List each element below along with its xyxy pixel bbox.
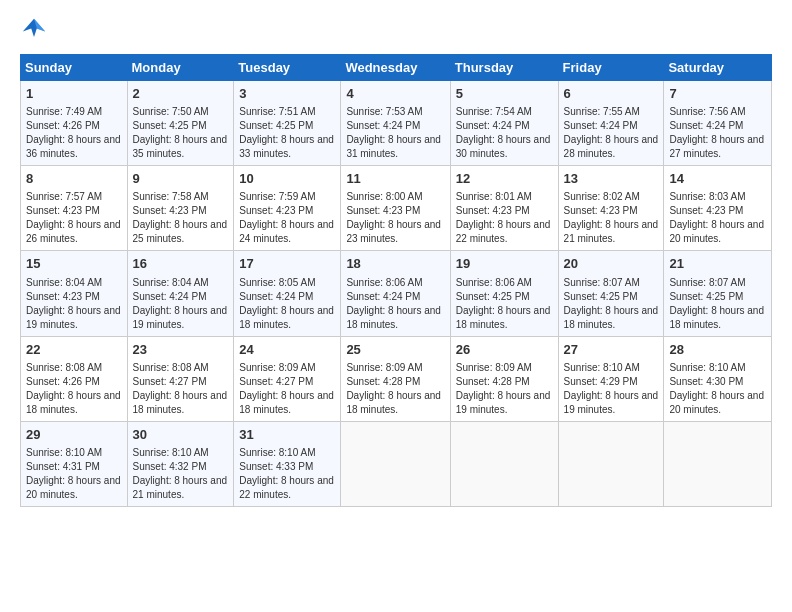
day-number: 15: [26, 255, 122, 273]
calendar-cell: 12Sunrise: 8:01 AMSunset: 4:23 PMDayligh…: [450, 166, 558, 251]
day-info: Sunrise: 8:06 AMSunset: 4:24 PMDaylight:…: [346, 276, 444, 332]
day-number: 25: [346, 341, 444, 359]
header: [20, 16, 772, 44]
logo: [20, 16, 52, 44]
calendar-week-2: 8Sunrise: 7:57 AMSunset: 4:23 PMDaylight…: [21, 166, 772, 251]
calendar-cell: 30Sunrise: 8:10 AMSunset: 4:32 PMDayligh…: [127, 421, 234, 506]
calendar-cell: 24Sunrise: 8:09 AMSunset: 4:27 PMDayligh…: [234, 336, 341, 421]
day-number: 26: [456, 341, 553, 359]
day-info: Sunrise: 8:10 AMSunset: 4:33 PMDaylight:…: [239, 446, 335, 502]
day-number: 29: [26, 426, 122, 444]
day-info: Sunrise: 7:56 AMSunset: 4:24 PMDaylight:…: [669, 105, 766, 161]
day-info: Sunrise: 8:01 AMSunset: 4:23 PMDaylight:…: [456, 190, 553, 246]
calendar-cell: [341, 421, 450, 506]
calendar-cell: 16Sunrise: 8:04 AMSunset: 4:24 PMDayligh…: [127, 251, 234, 336]
day-number: 6: [564, 85, 659, 103]
day-info: Sunrise: 8:00 AMSunset: 4:23 PMDaylight:…: [346, 190, 444, 246]
day-info: Sunrise: 7:53 AMSunset: 4:24 PMDaylight:…: [346, 105, 444, 161]
calendar-cell: [558, 421, 664, 506]
day-number: 3: [239, 85, 335, 103]
day-number: 27: [564, 341, 659, 359]
day-info: Sunrise: 7:59 AMSunset: 4:23 PMDaylight:…: [239, 190, 335, 246]
day-number: 18: [346, 255, 444, 273]
day-info: Sunrise: 8:03 AMSunset: 4:23 PMDaylight:…: [669, 190, 766, 246]
calendar-cell: 25Sunrise: 8:09 AMSunset: 4:28 PMDayligh…: [341, 336, 450, 421]
weekday-header-row: SundayMondayTuesdayWednesdayThursdayFrid…: [21, 55, 772, 81]
calendar-cell: 10Sunrise: 7:59 AMSunset: 4:23 PMDayligh…: [234, 166, 341, 251]
calendar-body: 1Sunrise: 7:49 AMSunset: 4:26 PMDaylight…: [21, 81, 772, 507]
calendar-cell: 9Sunrise: 7:58 AMSunset: 4:23 PMDaylight…: [127, 166, 234, 251]
day-info: Sunrise: 8:02 AMSunset: 4:23 PMDaylight:…: [564, 190, 659, 246]
day-number: 22: [26, 341, 122, 359]
calendar-week-5: 29Sunrise: 8:10 AMSunset: 4:31 PMDayligh…: [21, 421, 772, 506]
day-info: Sunrise: 7:50 AMSunset: 4:25 PMDaylight:…: [133, 105, 229, 161]
day-info: Sunrise: 7:58 AMSunset: 4:23 PMDaylight:…: [133, 190, 229, 246]
calendar-cell: 2Sunrise: 7:50 AMSunset: 4:25 PMDaylight…: [127, 81, 234, 166]
calendar-cell: [450, 421, 558, 506]
day-info: Sunrise: 8:10 AMSunset: 4:30 PMDaylight:…: [669, 361, 766, 417]
calendar-cell: 11Sunrise: 8:00 AMSunset: 4:23 PMDayligh…: [341, 166, 450, 251]
calendar-cell: 31Sunrise: 8:10 AMSunset: 4:33 PMDayligh…: [234, 421, 341, 506]
calendar-cell: 23Sunrise: 8:08 AMSunset: 4:27 PMDayligh…: [127, 336, 234, 421]
day-number: 21: [669, 255, 766, 273]
day-info: Sunrise: 8:10 AMSunset: 4:31 PMDaylight:…: [26, 446, 122, 502]
day-number: 1: [26, 85, 122, 103]
calendar-cell: 18Sunrise: 8:06 AMSunset: 4:24 PMDayligh…: [341, 251, 450, 336]
day-number: 13: [564, 170, 659, 188]
calendar-table: SundayMondayTuesdayWednesdayThursdayFrid…: [20, 54, 772, 507]
calendar-cell: 22Sunrise: 8:08 AMSunset: 4:26 PMDayligh…: [21, 336, 128, 421]
day-info: Sunrise: 7:51 AMSunset: 4:25 PMDaylight:…: [239, 105, 335, 161]
day-info: Sunrise: 8:04 AMSunset: 4:24 PMDaylight:…: [133, 276, 229, 332]
calendar-cell: 29Sunrise: 8:10 AMSunset: 4:31 PMDayligh…: [21, 421, 128, 506]
day-number: 7: [669, 85, 766, 103]
day-number: 14: [669, 170, 766, 188]
calendar-cell: 7Sunrise: 7:56 AMSunset: 4:24 PMDaylight…: [664, 81, 772, 166]
calendar-cell: 6Sunrise: 7:55 AMSunset: 4:24 PMDaylight…: [558, 81, 664, 166]
day-number: 16: [133, 255, 229, 273]
day-info: Sunrise: 8:07 AMSunset: 4:25 PMDaylight:…: [564, 276, 659, 332]
calendar-cell: 20Sunrise: 8:07 AMSunset: 4:25 PMDayligh…: [558, 251, 664, 336]
day-info: Sunrise: 8:08 AMSunset: 4:26 PMDaylight:…: [26, 361, 122, 417]
calendar-cell: 14Sunrise: 8:03 AMSunset: 4:23 PMDayligh…: [664, 166, 772, 251]
day-number: 30: [133, 426, 229, 444]
day-number: 31: [239, 426, 335, 444]
day-number: 12: [456, 170, 553, 188]
calendar-cell: 1Sunrise: 7:49 AMSunset: 4:26 PMDaylight…: [21, 81, 128, 166]
day-number: 8: [26, 170, 122, 188]
logo-bird-icon: [20, 16, 48, 44]
day-number: 23: [133, 341, 229, 359]
day-info: Sunrise: 7:55 AMSunset: 4:24 PMDaylight:…: [564, 105, 659, 161]
page: SundayMondayTuesdayWednesdayThursdayFrid…: [0, 0, 792, 517]
calendar-cell: 3Sunrise: 7:51 AMSunset: 4:25 PMDaylight…: [234, 81, 341, 166]
weekday-header-sunday: Sunday: [21, 55, 128, 81]
day-info: Sunrise: 7:57 AMSunset: 4:23 PMDaylight:…: [26, 190, 122, 246]
day-info: Sunrise: 8:07 AMSunset: 4:25 PMDaylight:…: [669, 276, 766, 332]
day-number: 10: [239, 170, 335, 188]
calendar-cell: 15Sunrise: 8:04 AMSunset: 4:23 PMDayligh…: [21, 251, 128, 336]
day-number: 19: [456, 255, 553, 273]
calendar-cell: 19Sunrise: 8:06 AMSunset: 4:25 PMDayligh…: [450, 251, 558, 336]
day-number: 20: [564, 255, 659, 273]
day-info: Sunrise: 8:05 AMSunset: 4:24 PMDaylight:…: [239, 276, 335, 332]
day-number: 4: [346, 85, 444, 103]
day-number: 5: [456, 85, 553, 103]
calendar-cell: 13Sunrise: 8:02 AMSunset: 4:23 PMDayligh…: [558, 166, 664, 251]
day-info: Sunrise: 8:10 AMSunset: 4:32 PMDaylight:…: [133, 446, 229, 502]
weekday-header-saturday: Saturday: [664, 55, 772, 81]
calendar-cell: 21Sunrise: 8:07 AMSunset: 4:25 PMDayligh…: [664, 251, 772, 336]
day-number: 28: [669, 341, 766, 359]
calendar-week-1: 1Sunrise: 7:49 AMSunset: 4:26 PMDaylight…: [21, 81, 772, 166]
weekday-header-wednesday: Wednesday: [341, 55, 450, 81]
weekday-header-friday: Friday: [558, 55, 664, 81]
day-number: 9: [133, 170, 229, 188]
calendar-cell: 4Sunrise: 7:53 AMSunset: 4:24 PMDaylight…: [341, 81, 450, 166]
weekday-header-monday: Monday: [127, 55, 234, 81]
day-info: Sunrise: 8:06 AMSunset: 4:25 PMDaylight:…: [456, 276, 553, 332]
day-number: 17: [239, 255, 335, 273]
calendar-cell: [664, 421, 772, 506]
day-info: Sunrise: 8:09 AMSunset: 4:27 PMDaylight:…: [239, 361, 335, 417]
calendar-week-4: 22Sunrise: 8:08 AMSunset: 4:26 PMDayligh…: [21, 336, 772, 421]
calendar-cell: 26Sunrise: 8:09 AMSunset: 4:28 PMDayligh…: [450, 336, 558, 421]
day-info: Sunrise: 7:49 AMSunset: 4:26 PMDaylight:…: [26, 105, 122, 161]
day-number: 11: [346, 170, 444, 188]
